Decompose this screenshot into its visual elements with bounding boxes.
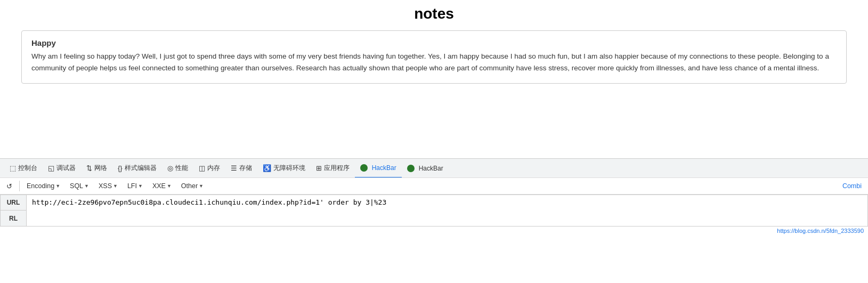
style-label: 样式编辑器 [125, 164, 157, 173]
devtools-tab-storage[interactable]: ☰ 存储 [225, 159, 257, 178]
console-label: 控制台 [18, 164, 37, 173]
accessibility-label: 无障碍环境 [273, 164, 305, 173]
rl-label[interactable]: RL [0, 211, 27, 227]
note-card: Happy Why am I feeling so happy today? W… [21, 30, 847, 84]
other-label: Other [181, 182, 198, 190]
page-title: notes [0, 0, 868, 30]
status-link[interactable]: https://blog.csdn.n/5fdn_2333590 [777, 228, 864, 234]
hackbar2-dot-icon [407, 165, 415, 172]
devtools-tab-perf[interactable]: ◎ 性能 [162, 159, 193, 178]
xxe-arrow-icon: ▼ [167, 183, 172, 189]
lfi-button[interactable]: LFI ▼ [123, 181, 147, 191]
devtools-tab-debugger[interactable]: ◱ 调试器 [43, 159, 81, 178]
application-label: 应用程序 [324, 164, 350, 173]
sql-button[interactable]: SQL ▼ [66, 181, 93, 191]
note-body: Why am I feeling so happy today? Well, I… [31, 51, 837, 74]
storage-label: 存储 [239, 164, 252, 173]
xss-label: XSS [99, 182, 112, 190]
lfi-label: LFI [127, 182, 137, 190]
devtools-tab-hackbar1[interactable]: HackBar [355, 159, 402, 178]
devtools-tab-application[interactable]: ⊞ 应用程序 [311, 159, 355, 178]
debugger-label: 调试器 [56, 164, 76, 173]
xss-arrow-icon: ▼ [113, 183, 118, 189]
storage-icon: ☰ [231, 164, 237, 172]
url-input-area: URL RL [0, 195, 868, 227]
combi-button[interactable]: Combi [838, 181, 866, 191]
load-icon: ↺ [6, 182, 12, 190]
other-button[interactable]: Other ▼ [177, 181, 208, 191]
hackbar2-label: HackBar [419, 165, 443, 172]
url-label[interactable]: URL [0, 195, 27, 211]
network-label: 网络 [94, 164, 107, 173]
debugger-icon: ◱ [48, 164, 54, 172]
memory-icon: ◫ [199, 164, 205, 172]
devtools-tab-bar: ⬚ 控制台 ◱ 调试器 ⇅ 网络 {} 样式编辑器 ◎ 性能 ◫ 内存 ☰ 存储… [0, 158, 868, 177]
style-icon: {} [118, 164, 123, 172]
perf-label: 性能 [175, 164, 188, 173]
network-icon: ⇅ [86, 164, 92, 172]
status-bar: https://blog.csdn.n/5fdn_2333590 [0, 227, 868, 235]
sql-label: SQL [70, 182, 83, 190]
url-labels-column: URL RL [0, 195, 27, 227]
lfi-arrow-icon: ▼ [138, 183, 143, 189]
perf-icon: ◎ [167, 164, 173, 172]
encoding-arrow-icon: ▼ [55, 183, 60, 189]
hackbar-toolbar: ↺ Encoding ▼ SQL ▼ XSS ▼ LFI ▼ XXE ▼ Oth… [0, 177, 868, 195]
hackbar1-label: HackBar [372, 164, 396, 172]
devtools-tab-hackbar2[interactable]: HackBar [402, 159, 449, 178]
encoding-label: Encoding [27, 182, 54, 190]
console-icon: ⬚ [10, 164, 16, 172]
url-input[interactable] [27, 195, 868, 227]
memory-label: 内存 [207, 164, 220, 173]
content-spacer [0, 84, 868, 158]
xss-button[interactable]: XSS ▼ [94, 181, 122, 191]
hackbar1-dot-icon [360, 164, 368, 172]
load-button[interactable]: ↺ [2, 181, 17, 192]
accessibility-icon: ♿ [263, 164, 271, 172]
devtools-tab-memory[interactable]: ◫ 内存 [193, 159, 225, 178]
devtools-tab-accessibility[interactable]: ♿ 无障碍环境 [257, 159, 311, 178]
note-title: Happy [31, 38, 837, 47]
separator-1 [19, 181, 20, 191]
application-icon: ⊞ [316, 164, 322, 172]
xxe-button[interactable]: XXE ▼ [148, 181, 176, 191]
sql-arrow-icon: ▼ [84, 183, 89, 189]
devtools-tab-network[interactable]: ⇅ 网络 [81, 159, 112, 178]
encoding-button[interactable]: Encoding ▼ [22, 181, 64, 191]
devtools-tab-console[interactable]: ⬚ 控制台 [4, 159, 43, 178]
devtools-tab-style[interactable]: {} 样式编辑器 [112, 159, 162, 178]
other-arrow-icon: ▼ [199, 183, 204, 189]
xxe-label: XXE [152, 182, 166, 190]
